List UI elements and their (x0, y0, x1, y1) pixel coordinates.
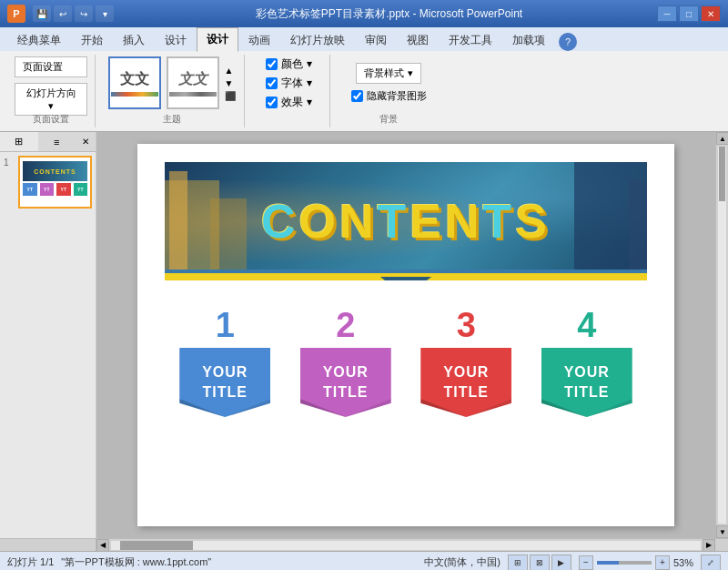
restore-button[interactable]: □ (679, 5, 699, 22)
panel-close-button[interactable]: ✕ (76, 132, 96, 152)
theme-button-1[interactable]: 文文 (108, 56, 161, 109)
theme-lines-2 (169, 92, 217, 97)
item-number-2: 2 (336, 308, 355, 342)
background-style-button[interactable]: 背景样式 ▾ (356, 63, 420, 84)
colors-label: 颜色 ▾ (281, 56, 311, 72)
scroll-up-button[interactable]: ▲ (716, 132, 728, 145)
color-row: 颜色 ▾ (266, 56, 311, 72)
item-box-3[interactable]: YOUR TITLE (420, 348, 511, 417)
effects-checkbox[interactable] (266, 97, 278, 108)
tab-home[interactable]: 开始 (71, 28, 113, 52)
help-button[interactable]: ? (559, 33, 577, 51)
scroll-down-button[interactable]: ▼ (716, 525, 728, 538)
slides-tab[interactable]: ⊞ (0, 132, 38, 152)
slide-number: 1 (4, 158, 15, 168)
window-title: 彩色艺术标签PPT目录素材.pptx - Microsoft PowerPoin… (121, 6, 657, 22)
item-title-4: YOUR TITLE (564, 362, 610, 403)
vertical-scrollbar[interactable]: ▲ ▼ (715, 132, 728, 538)
item-title-3: YOUR TITLE (443, 362, 489, 403)
ribbon-group-themes: 文文 文文 ▲ ▼ ⬛ 主题 (99, 55, 245, 127)
fit-window-button[interactable]: ⤢ (701, 555, 721, 571)
page-setup-label: 页面设置 (7, 111, 95, 126)
corner-box (715, 539, 728, 551)
ribbon-group-page-setup: 页面设置 幻灯片方向 ▾ 页面设置 (7, 55, 96, 127)
item-box-4[interactable]: YOUR TITLE (541, 348, 632, 417)
color-font-items: 颜色 ▾ 字体 ▾ 效果 ▾ (266, 56, 311, 127)
theme-button-2[interactable]: 文文 (167, 56, 219, 109)
theme-up-arrow[interactable]: ▲ (225, 66, 236, 76)
quick-access-toolbar: 💾 ↩ ↪ ▾ (33, 5, 114, 22)
header-arrow (380, 277, 431, 280)
letter-s: S (515, 195, 551, 248)
outline-tab[interactable]: ≡ (38, 132, 76, 152)
theme-down-arrow[interactable]: ▼ (225, 78, 236, 88)
svg-rect-2 (169, 171, 187, 280)
theme-text-2: 文文 (178, 70, 207, 89)
slide-thumbnail[interactable]: CONTENTS YT YT YT (18, 156, 92, 209)
zoom-slider[interactable] (597, 561, 652, 565)
ribbon-group-colors: 颜色 ▾ 字体 ▾ 效果 ▾ (248, 55, 330, 127)
tab-developer[interactable]: 开发工具 (439, 28, 502, 52)
letter-n2: N (445, 195, 483, 248)
slide-canvas[interactable]: CONTENTS 1 YOUR TITLE (137, 144, 674, 526)
svg-rect-4 (629, 180, 647, 280)
scroll-right-button[interactable]: ▶ (703, 539, 715, 552)
letter-o: O (299, 195, 339, 248)
tab-design-active[interactable]: 设计 (197, 27, 238, 52)
undo-icon[interactable]: ↩ (54, 5, 72, 22)
redo-icon[interactable]: ↪ (75, 5, 93, 22)
letter-c: C (261, 195, 299, 248)
language-info: 中文(简体，中国) (424, 555, 500, 569)
theme-arrows: ▲ ▼ ⬛ (225, 66, 236, 101)
effects-label: 效果 ▾ (281, 95, 311, 110)
main-area: ⊞ ≡ ✕ 1 CONTENTS YT (0, 132, 728, 538)
tab-animation[interactable]: 动画 (238, 28, 280, 52)
slideshow-button[interactable]: ▶ (551, 555, 571, 571)
ribbon-content: 页面设置 幻灯片方向 ▾ 页面设置 文文 文文 (0, 51, 728, 131)
item-number-1: 1 (216, 308, 235, 342)
title-bar: P 💾 ↩ ↪ ▾ 彩色艺术标签PPT目录素材.pptx - Microsoft… (0, 0, 728, 27)
page-setup-button[interactable]: 页面设置 (15, 56, 87, 77)
colors-checkbox[interactable] (266, 58, 278, 70)
close-button[interactable]: ✕ (701, 5, 721, 22)
font-label: 字体 ▾ (281, 76, 311, 91)
hscroll-thumb[interactable] (120, 541, 193, 550)
zoom-in-button[interactable]: + (655, 555, 670, 570)
zoom-out-button[interactable]: − (579, 555, 593, 570)
hide-background-checkbox[interactable] (351, 90, 363, 102)
font-checkbox[interactable] (266, 77, 278, 89)
ribbon-tab-bar: 经典菜单 开始 插入 设计 设计 动画 幻灯片放映 审阅 视图 开发工具 加载项… (0, 27, 728, 51)
minimize-button[interactable]: ─ (657, 5, 677, 22)
horizontal-scrollbar[interactable]: ◀ ▶ (96, 539, 715, 551)
theme-lines-1 (111, 92, 158, 97)
tab-insert[interactable]: 插入 (113, 28, 155, 52)
slide-sorter-button[interactable]: ⊠ (530, 555, 550, 571)
view-buttons: ⊞ ⊠ ▶ (508, 555, 571, 571)
letter-e: E (410, 195, 445, 248)
item-box-1[interactable]: YOUR TITLE (179, 348, 270, 417)
letter-t2: T (483, 195, 516, 248)
content-item-4: 4 YOUR TITLE (537, 308, 637, 417)
content-item-2: 2 YOUR TITLE (296, 308, 396, 417)
more-icon[interactable]: ▾ (96, 5, 114, 22)
tab-slideshow[interactable]: 幻灯片放映 (280, 28, 355, 52)
scroll-left-button[interactable]: ◀ (96, 539, 109, 552)
hscroll-spacer (0, 539, 96, 551)
horizontal-scrollbar-area: ◀ ▶ (0, 538, 728, 551)
item-number-3: 3 (457, 308, 476, 342)
tab-addins[interactable]: 加载项 (502, 28, 555, 52)
item-box-2[interactable]: YOUR TITLE (300, 348, 391, 417)
slide-info: 幻灯片 1/1 (7, 555, 54, 569)
normal-view-button[interactable]: ⊞ (508, 555, 528, 571)
ribbon-group-background: 背景样式 ▾ 隐藏背景图形 背景 (334, 55, 443, 127)
font-row: 字体 ▾ (266, 76, 311, 91)
scroll-thumb[interactable] (719, 147, 725, 201)
save-icon[interactable]: 💾 (33, 5, 51, 22)
tab-design[interactable]: 设计 (155, 28, 197, 52)
theme-more-arrow[interactable]: ⬛ (225, 91, 236, 101)
tab-classic-menu[interactable]: 经典菜单 (7, 28, 71, 52)
effects-row: 效果 ▾ (266, 95, 311, 110)
tab-view[interactable]: 视图 (397, 28, 439, 52)
tab-review[interactable]: 审阅 (355, 28, 397, 52)
hide-background-label: 隐藏背景图形 (367, 89, 427, 103)
